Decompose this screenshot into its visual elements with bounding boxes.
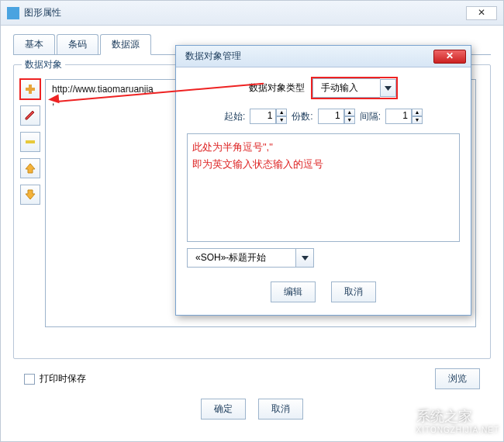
spin-down-icon[interactable]: ▼ [412, 116, 423, 124]
tab-datasource[interactable]: 数据源 [100, 34, 151, 55]
start-spinner[interactable]: 1 ▲▼ [250, 109, 287, 124]
move-up-button[interactable] [20, 158, 40, 178]
copies-value[interactable]: 1 [318, 109, 344, 124]
interval-label: 间隔: [360, 110, 381, 123]
interval-spinner[interactable]: 1 ▲▼ [385, 109, 423, 124]
copies-label: 份数: [292, 110, 312, 123]
minus-icon [24, 136, 36, 148]
spin-down-icon[interactable]: ▼ [276, 116, 287, 124]
start-value[interactable]: 1 [250, 109, 276, 124]
modal-edit-button[interactable]: 编辑 [271, 281, 316, 302]
tab-barcode[interactable]: 条码 [57, 34, 98, 54]
add-button[interactable] [20, 79, 40, 99]
content-textarea[interactable]: 此处为半角逗号"," 即为英文输入状态输入的逗号 [187, 133, 460, 242]
chevron-down-icon [295, 248, 314, 268]
arrow-up-icon [24, 162, 36, 174]
spin-up-icon[interactable]: ▲ [276, 109, 287, 116]
data-object-manage-dialog: 数据对象管理 ✕ 数据对象类型 手动输入 起始: 1 ▲▼ 份数: 1 ▲▼ [175, 45, 471, 316]
watermark: 系统之家 XITONGZHIJIA.NET [371, 406, 500, 437]
watermark-logo-icon [371, 406, 410, 437]
window-title: 图形属性 [24, 6, 461, 19]
hint-line2: 即为英文输入状态输入的逗号 [192, 156, 454, 173]
modal-cancel-button[interactable]: 取消 [331, 281, 376, 302]
move-down-button[interactable] [20, 185, 40, 205]
soh-value: «SOH»-标题开始 [187, 248, 295, 268]
modal-body: 数据对象类型 手动输入 起始: 1 ▲▼ 份数: 1 ▲▼ 间隔: 1 ▲ [176, 67, 471, 315]
type-select[interactable]: 手动输入 [311, 77, 398, 99]
bottom-row: 打印时保存 浏览 [24, 368, 480, 389]
ok-button[interactable]: 确定 [201, 399, 246, 420]
type-row: 数据对象类型 手动输入 [187, 77, 460, 99]
svg-rect-5 [384, 430, 396, 431]
save-on-print-checkbox[interactable] [24, 374, 35, 385]
app-icon [7, 7, 19, 19]
cancel-button[interactable]: 取消 [258, 399, 303, 420]
browse-button[interactable]: 浏览 [435, 368, 480, 389]
interval-value[interactable]: 1 [385, 109, 412, 124]
svg-rect-2 [26, 140, 35, 143]
type-label: 数据对象类型 [249, 81, 305, 95]
watermark-name: 系统之家 [416, 409, 500, 426]
spin-up-icon[interactable]: ▲ [344, 109, 355, 116]
numeric-row: 起始: 1 ▲▼ 份数: 1 ▲▼ 间隔: 1 ▲▼ [187, 109, 460, 124]
save-on-print-label: 打印时保存 [40, 372, 86, 385]
modal-buttons: 编辑 取消 [187, 281, 460, 302]
svg-rect-1 [26, 88, 35, 91]
tab-basic[interactable]: 基本 [13, 34, 55, 54]
modal-close-button[interactable]: ✕ [433, 50, 466, 64]
main-close-button[interactable]: ✕ [466, 6, 497, 20]
hint-line1: 此处为半角逗号"," [192, 139, 454, 156]
soh-select[interactable]: «SOH»-标题开始 [187, 248, 314, 268]
edit-button[interactable] [20, 105, 40, 126]
modal-title: 数据对象管理 [185, 50, 429, 63]
delete-button[interactable] [20, 132, 40, 152]
svg-rect-3 [384, 423, 390, 425]
pencil-icon [24, 109, 36, 122]
arrow-down-icon [24, 188, 36, 201]
watermark-url: XITONGZHIJIA.NET [416, 426, 500, 435]
group-legend: 数据对象 [22, 58, 65, 71]
chevron-down-icon [380, 79, 396, 97]
spin-down-icon[interactable]: ▼ [344, 116, 355, 124]
start-label: 起始: [224, 110, 245, 123]
tool-column [20, 79, 40, 327]
spin-up-icon[interactable]: ▲ [412, 109, 423, 116]
type-select-value: 手动输入 [312, 78, 380, 98]
svg-rect-4 [384, 426, 393, 428]
main-titlebar: 图形属性 ✕ [1, 1, 503, 26]
copies-spinner[interactable]: 1 ▲▼ [318, 109, 355, 124]
plus-icon [24, 83, 36, 95]
modal-titlebar: 数据对象管理 ✕ [176, 46, 471, 67]
